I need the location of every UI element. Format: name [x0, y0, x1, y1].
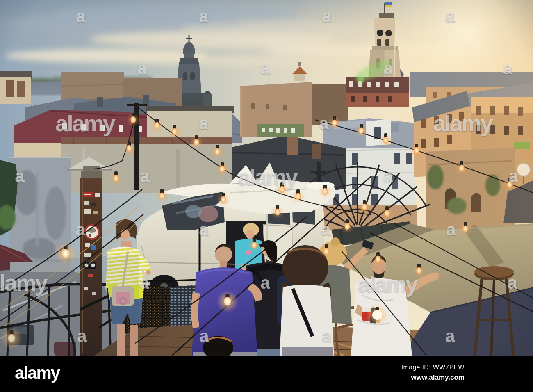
footer-info: Image ID: WW7PEW www.alamy.com [401, 364, 465, 382]
rooftop-bar-photo [0, 0, 533, 356]
stock-photo-page: alamyalamyalamyalamyalamyaaaaaaaaaaaaaaa… [0, 0, 533, 392]
alamy-logo: alamy [15, 363, 59, 383]
alamy-url: www.alamy.com [401, 374, 465, 382]
footer-bar: alamy Image ID: WW7PEW www.alamy.com [0, 356, 533, 392]
image-id: Image ID: WW7PEW [401, 364, 465, 371]
